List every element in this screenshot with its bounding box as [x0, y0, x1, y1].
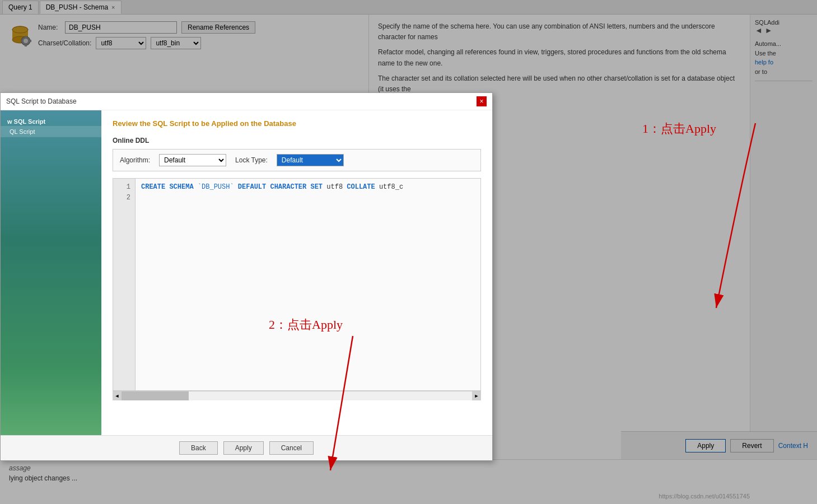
- dialog-footer: Back Apply Cancel: [1, 435, 492, 460]
- line-number-1: 1: [118, 182, 130, 193]
- code-line-2: [141, 193, 475, 203]
- keyword-collate: COLLATE: [347, 183, 379, 191]
- collate-value: utf8_c: [379, 183, 403, 191]
- scroll-left-arrow[interactable]: ◄: [113, 391, 122, 400]
- lock-type-select[interactable]: Default: [277, 154, 344, 166]
- dialog-apply-button[interactable]: Apply: [223, 441, 264, 455]
- scroll-track[interactable]: [122, 391, 472, 400]
- ddl-controls: Algorithm: Default Lock Type: Default: [113, 149, 481, 171]
- keyword-create: CREATE SCHEMA: [141, 183, 198, 191]
- dialog-sidebar: w SQL Script QL Script: [1, 110, 101, 435]
- online-ddl-section: Online DDL Algorithm: Default Lock Type:…: [113, 137, 481, 171]
- scroll-thumb[interactable]: [122, 391, 189, 400]
- line-number-2: 2: [118, 193, 130, 203]
- scrollbar[interactable]: ◄ ►: [113, 391, 481, 400]
- identifier-db-push: `DB_PUSH`: [198, 183, 234, 191]
- scroll-right-arrow[interactable]: ►: [472, 391, 481, 400]
- line-numbers: 1 2: [113, 179, 136, 390]
- code-line-1: CREATE SCHEMA `DB_PUSH` DEFAULT CHARACTE…: [141, 182, 475, 193]
- dialog-body: w SQL Script QL Script Review the SQL Sc…: [1, 110, 492, 435]
- keyword-default: DEFAULT CHARACTER SET: [234, 183, 327, 191]
- apply-sql-dialog: SQL Script to Database × w SQL Script QL…: [0, 92, 493, 461]
- dialog-back-button[interactable]: Back: [179, 441, 218, 455]
- code-content: CREATE SCHEMA `DB_PUSH` DEFAULT CHARACTE…: [136, 179, 480, 390]
- algorithm-select[interactable]: Default: [159, 154, 226, 166]
- sql-code-area: 1 2 CREATE SCHEMA `DB_PUSH` DEFAULT CHAR…: [113, 178, 481, 391]
- online-ddl-label: Online DDL: [113, 137, 481, 144]
- lock-type-label: Lock Type:: [235, 156, 268, 164]
- algorithm-label: Algorithm:: [120, 156, 150, 164]
- dialog-close-button[interactable]: ×: [477, 96, 487, 106]
- dialog-content-title: Review the SQL Script to be Applied on t…: [113, 119, 481, 128]
- dialog-title-label: SQL Script to Database: [6, 97, 77, 105]
- sidebar-item-ql-script[interactable]: QL Script: [1, 126, 101, 137]
- dialog-header: SQL Script to Database ×: [1, 93, 492, 110]
- dialog-cancel-button[interactable]: Cancel: [269, 441, 314, 455]
- dialog-content: Review the SQL Script to be Applied on t…: [101, 110, 492, 435]
- sidebar-section-title: w SQL Script: [1, 115, 101, 126]
- charset-value-utf8: utf8: [326, 183, 347, 191]
